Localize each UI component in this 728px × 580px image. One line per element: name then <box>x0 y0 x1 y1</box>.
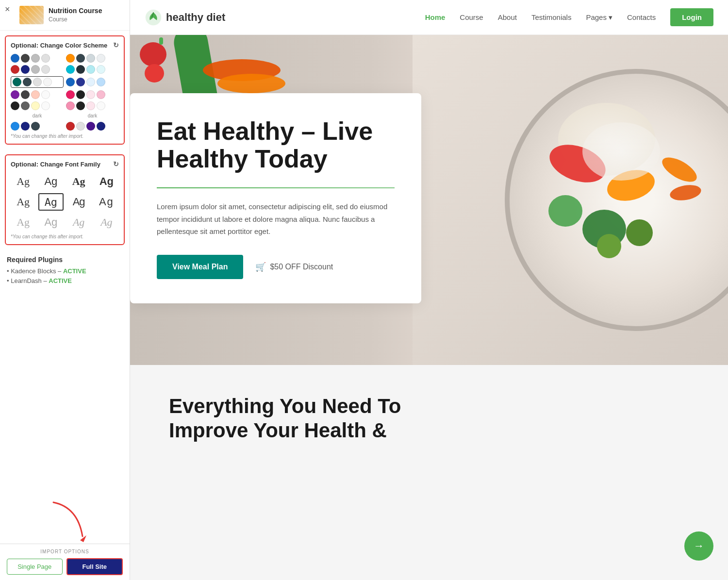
plugin-name: Kadence Blocks <box>11 267 56 275</box>
font-option[interactable]: Ag <box>66 214 91 231</box>
color-swatch[interactable] <box>66 122 75 131</box>
color-swatch[interactable] <box>66 65 75 74</box>
color-swatch[interactable] <box>97 65 105 74</box>
color-swatch[interactable] <box>86 54 95 63</box>
color-swatch[interactable] <box>31 54 40 63</box>
full-site-button[interactable]: Full Site <box>66 558 123 575</box>
carrot-slice <box>217 74 285 93</box>
color-swatch[interactable] <box>13 78 21 86</box>
color-row <box>11 65 64 74</box>
bottom-title-line2: Improve Your Health & <box>169 419 387 442</box>
plugin-name: LearnDash <box>11 277 42 284</box>
color-swatch[interactable] <box>11 90 19 99</box>
color-row <box>66 122 119 131</box>
nav-link-pages[interactable]: Pages ▾ <box>586 13 612 22</box>
font-option[interactable]: Ag <box>11 214 35 231</box>
plugin-item: • LearnDash – ACTIVE <box>7 277 123 284</box>
color-swatch[interactable] <box>21 101 30 110</box>
color-swatch[interactable] <box>41 54 50 63</box>
color-swatch[interactable] <box>76 65 85 74</box>
color-swatch[interactable] <box>41 101 50 110</box>
font-option[interactable]: Ag <box>66 193 91 211</box>
color-swatch[interactable] <box>86 90 95 99</box>
color-swatch[interactable] <box>86 65 95 74</box>
color-swatch[interactable] <box>11 122 19 131</box>
color-swatch[interactable] <box>23 78 32 86</box>
color-swatch[interactable] <box>31 101 40 110</box>
color-swatch[interactable] <box>31 90 40 99</box>
color-swatch[interactable] <box>21 122 30 131</box>
hero-actions: View Meal Plan 🛒 $50 OFF Discount <box>157 255 395 279</box>
bowl-sprout-2 <box>597 234 621 258</box>
color-swatch[interactable] <box>21 65 30 74</box>
font-option[interactable]: Ag <box>66 173 91 190</box>
color-swatch[interactable] <box>76 54 85 63</box>
svg-marker-0 <box>80 535 86 542</box>
color-swatch[interactable] <box>31 122 40 131</box>
color-swatch[interactable] <box>97 122 105 131</box>
color-swatch[interactable] <box>97 101 105 110</box>
course-header: Nutrition Course Course <box>0 0 130 31</box>
discount-link[interactable]: 🛒 $50 OFF Discount <box>255 262 333 272</box>
color-swatch[interactable] <box>66 101 75 110</box>
color-row-selected[interactable] <box>11 76 64 88</box>
font-option[interactable]: Ag <box>11 193 35 211</box>
font-option[interactable]: Ag <box>38 173 63 190</box>
nav-link-contacts[interactable]: Contacts <box>627 13 656 21</box>
nav-link-pages-label: Pages <box>586 13 607 21</box>
color-swatch[interactable] <box>97 90 105 99</box>
close-button[interactable]: × <box>5 5 10 14</box>
nav-link-about[interactable]: About <box>498 13 517 21</box>
color-swatch[interactable] <box>11 54 19 63</box>
color-swatch[interactable] <box>33 78 42 86</box>
color-swatch[interactable] <box>21 54 30 63</box>
color-swatch[interactable] <box>21 90 30 99</box>
bottom-title: Everything You Need To Improve Your Heal… <box>169 394 460 443</box>
color-swatch[interactable] <box>41 90 50 99</box>
color-row <box>11 54 64 63</box>
color-swatch[interactable] <box>97 54 105 63</box>
food-bowl <box>505 69 728 331</box>
color-swatch[interactable] <box>76 78 85 86</box>
nav-link-course[interactable]: Course <box>460 13 483 21</box>
color-refresh-icon[interactable]: ↻ <box>113 41 119 49</box>
bottom-action-button[interactable]: → <box>684 531 713 561</box>
font-option[interactable]: Ag <box>94 193 119 211</box>
font-option[interactable]: Ag <box>94 214 119 231</box>
color-swatch[interactable] <box>66 90 75 99</box>
font-option[interactable]: Ag <box>11 173 35 190</box>
color-swatch[interactable] <box>11 101 19 110</box>
color-section-title: Optional: Change Color Scheme ↻ <box>11 41 119 49</box>
font-section: Optional: Change Font Family ↻ Ag Ag Ag … <box>5 154 125 245</box>
tomato-small <box>145 64 164 83</box>
nav-link-testimonials[interactable]: Testimonials <box>531 13 572 21</box>
font-option[interactable]: Ag <box>38 214 63 231</box>
color-swatch[interactable] <box>86 78 95 86</box>
view-meal-plan-button[interactable]: View Meal Plan <box>157 255 243 279</box>
logo-text: healthy diet <box>166 11 225 24</box>
color-swatch[interactable] <box>76 101 85 110</box>
nav-link-home[interactable]: Home <box>425 13 446 21</box>
color-swatch[interactable] <box>86 122 95 131</box>
color-swatch[interactable] <box>76 90 85 99</box>
font-note: *You can change this after import. <box>11 234 119 239</box>
color-swatch[interactable] <box>41 65 50 74</box>
single-page-button[interactable]: Single Page <box>7 559 63 575</box>
font-option-selected[interactable]: Ag <box>38 193 63 211</box>
color-swatch[interactable] <box>76 122 85 131</box>
color-swatch[interactable] <box>97 78 105 86</box>
nav-links: Home Course About Testimonials Pages ▾ C… <box>425 13 656 22</box>
carrot-piece-2 <box>669 183 702 203</box>
plus-icon: → <box>694 540 704 552</box>
color-swatch[interactable] <box>31 65 40 74</box>
font-option[interactable]: Ag <box>94 173 119 190</box>
color-swatch[interactable] <box>11 65 19 74</box>
color-swatch[interactable] <box>66 54 75 63</box>
color-swatch[interactable] <box>86 101 95 110</box>
login-button[interactable]: Login <box>670 8 713 26</box>
color-swatch[interactable] <box>66 78 75 86</box>
right-content: healthy diet Home Course About Testimoni… <box>130 0 728 580</box>
navigation: healthy diet Home Course About Testimoni… <box>130 0 728 35</box>
font-refresh-icon[interactable]: ↻ <box>113 160 119 168</box>
color-swatch[interactable] <box>43 78 52 86</box>
